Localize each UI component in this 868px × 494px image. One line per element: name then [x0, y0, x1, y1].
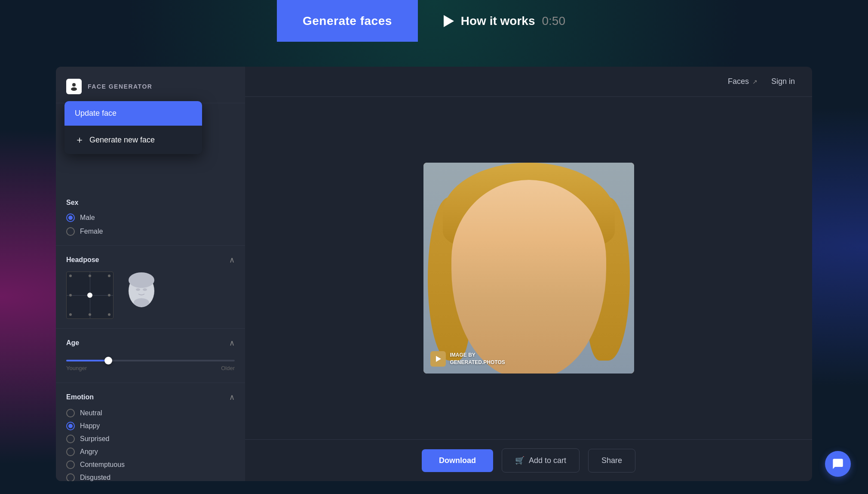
age-older-label: Older	[221, 365, 235, 371]
watermark-line1: IMAGE BY	[450, 352, 505, 359]
emotion-surprised[interactable]: Surprised	[66, 435, 235, 443]
content-area: Faces ↗ Sign in IMAGE BY GENER	[245, 67, 812, 481]
emotion-contemptuous-label: Contemptuous	[80, 461, 125, 469]
logo-icon	[66, 79, 82, 94]
emotion-contemptuous[interactable]: Contemptuous	[66, 460, 235, 469]
corner-dot-tr	[108, 275, 110, 277]
headpose-controls	[66, 272, 235, 319]
download-button[interactable]: Download	[422, 449, 493, 472]
face-background	[423, 163, 634, 374]
edge-dot-top	[89, 275, 91, 277]
sidebar-header: FACE GENERATOR	[56, 67, 245, 103]
watermark-play-icon	[430, 351, 446, 367]
corner-dot-br	[108, 313, 110, 316]
share-button[interactable]: Share	[588, 449, 635, 472]
emotion-happy-label: Happy	[80, 422, 100, 430]
emotion-happy-dot	[68, 424, 73, 428]
svg-point-6	[129, 272, 154, 288]
watermark: IMAGE BY GENERATED.PHOTOS	[430, 351, 505, 367]
emotion-angry-label: Angry	[80, 448, 98, 456]
generate-faces-button[interactable]: Generate faces	[277, 0, 418, 42]
edge-dot-left	[69, 294, 72, 296]
watermark-line2: GENERATED.PHOTOS	[450, 359, 505, 366]
emotion-disgusted[interactable]: Disgusted	[66, 473, 235, 481]
age-label: Age	[66, 339, 79, 347]
faces-link[interactable]: Faces ↗	[728, 77, 758, 86]
age-slider-fill	[66, 360, 108, 361]
emotion-header: Emotion ∧	[66, 392, 235, 402]
headpose-control-dot[interactable]	[87, 293, 92, 298]
age-younger-label: Younger	[66, 365, 87, 371]
headpose-header: Headpose ∧	[66, 255, 235, 265]
sex-radio-group: Male Female	[66, 213, 235, 236]
age-header: Age ∧	[66, 338, 235, 348]
add-to-cart-label: Add to cart	[529, 456, 566, 465]
sex-female-radio[interactable]	[66, 227, 75, 236]
emotion-section: Emotion ∧ Neutral Happy Surprised	[56, 383, 245, 481]
sex-male-option[interactable]: Male	[66, 213, 235, 222]
headpose-grid[interactable]	[66, 272, 113, 319]
generate-new-face-label: Generate new face	[89, 136, 155, 145]
sex-male-radio[interactable]	[66, 213, 75, 222]
generate-new-face-button[interactable]: ＋ Generate new face	[64, 126, 202, 154]
emotion-happy-radio[interactable]	[66, 422, 75, 430]
emotion-happy[interactable]: Happy	[66, 422, 235, 430]
svg-point-5	[143, 288, 147, 291]
corner-dot-bl	[69, 313, 72, 316]
sex-label: Sex	[66, 199, 78, 207]
emotion-neutral-radio[interactable]	[66, 409, 75, 417]
add-to-cart-button[interactable]: 🛒 Add to cart	[502, 448, 580, 472]
chat-bubble-button[interactable]	[825, 451, 851, 477]
chat-icon	[832, 458, 844, 470]
emotion-label: Emotion	[66, 393, 94, 401]
emotion-disgusted-radio[interactable]	[66, 473, 75, 481]
play-icon	[444, 15, 454, 27]
update-face-button[interactable]: Update face	[64, 101, 202, 126]
watermark-text: IMAGE BY GENERATED.PHOTOS	[450, 352, 505, 366]
sex-male-label: Male	[80, 214, 95, 222]
sidebar: FACE GENERATOR Update face ＋ Generate ne…	[56, 67, 245, 481]
action-dropdown: Update face ＋ Generate new face	[64, 101, 202, 154]
generated-image: IMAGE BY GENERATED.PHOTOS	[423, 163, 634, 374]
emotion-neutral[interactable]: Neutral	[66, 409, 235, 417]
svg-point-4	[136, 288, 140, 291]
emotion-angry[interactable]: Angry	[66, 448, 235, 456]
sign-in-button[interactable]: Sign in	[771, 77, 795, 86]
headpose-section: Headpose ∧	[56, 246, 245, 329]
face-shape	[451, 180, 606, 374]
emotion-disgusted-label: Disgusted	[80, 474, 110, 481]
sex-female-label: Female	[80, 228, 103, 235]
svg-point-3	[134, 298, 149, 307]
age-section: Age ∧ Younger Older	[56, 329, 245, 383]
update-face-label: Update face	[75, 109, 117, 118]
top-bar: Generate faces How it works 0:50	[0, 0, 868, 42]
edge-dot-right	[108, 294, 110, 296]
emotion-chevron-icon: ∧	[229, 392, 235, 402]
svg-point-1	[71, 87, 77, 91]
age-slider-track[interactable]	[66, 360, 235, 361]
emotion-surprised-label: Surprised	[80, 435, 109, 443]
image-area: IMAGE BY GENERATED.PHOTOS	[245, 97, 812, 439]
edge-dot-bottom	[89, 313, 91, 316]
emotion-options: Neutral Happy Surprised Angry	[66, 409, 235, 481]
how-it-works-label: How it works	[461, 14, 535, 28]
headpose-chevron-icon: ∧	[229, 255, 235, 265]
emotion-surprised-radio[interactable]	[66, 435, 75, 443]
timer-label: 0:50	[542, 14, 566, 28]
svg-point-0	[72, 83, 76, 86]
plus-icon: ＋	[75, 133, 84, 146]
sex-female-option[interactable]: Female	[66, 227, 235, 236]
sex-section: Sex Male Female	[56, 189, 245, 246]
emotion-angry-radio[interactable]	[66, 448, 75, 456]
action-bar: Download 🛒 Add to cart Share	[245, 439, 812, 481]
external-link-icon: ↗	[752, 78, 758, 85]
main-panel: FACE GENERATOR Update face ＋ Generate ne…	[56, 67, 812, 481]
emotion-contemptuous-radio[interactable]	[66, 460, 75, 469]
age-chevron-icon: ∧	[229, 338, 235, 348]
how-it-works-button[interactable]: How it works 0:50	[418, 0, 591, 42]
cart-icon: 🛒	[515, 456, 524, 465]
sex-header: Sex	[66, 199, 235, 207]
age-slider-thumb[interactable]	[104, 357, 112, 364]
age-slider-labels: Younger Older	[66, 365, 235, 371]
headpose-label: Headpose	[66, 256, 99, 264]
